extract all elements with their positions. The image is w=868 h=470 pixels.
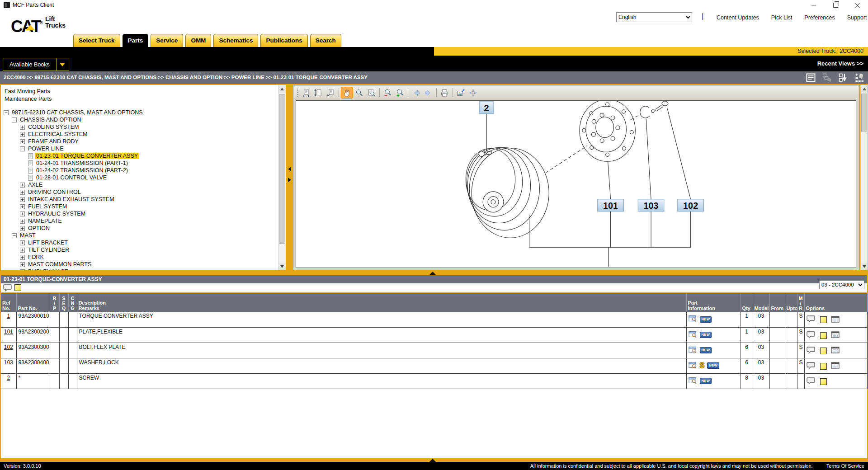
model-select[interactable]: 03 - 2CC4000: [819, 280, 864, 289]
note-icon[interactable]: [820, 378, 827, 385]
scroll-down-button[interactable]: [278, 263, 286, 270]
comment-icon[interactable]: [807, 346, 816, 356]
previous-view-icon[interactable]: [410, 87, 422, 99]
collapse-left-button[interactable]: [287, 165, 292, 173]
vertical-splitter[interactable]: [286, 85, 293, 270]
note-icon[interactable]: [14, 284, 21, 291]
horizontal-splitter[interactable]: [0, 271, 868, 275]
grid-icon[interactable]: [831, 362, 840, 370]
note-icon[interactable]: [820, 348, 827, 354]
zoom-in-icon[interactable]: [394, 87, 406, 99]
terms-of-service-link[interactable]: Terms Of Service: [826, 463, 864, 469]
tab-publications[interactable]: Publications: [260, 34, 307, 47]
scroll-down-button[interactable]: [861, 263, 868, 270]
tab-search[interactable]: Search: [310, 34, 341, 47]
grid-icon[interactable]: [831, 316, 840, 324]
tree-node-label[interactable]: 01-23-01 TORQUE-CONVERTER ASSY: [35, 153, 139, 159]
comment-icon[interactable]: [807, 362, 816, 371]
next-view-icon[interactable]: [422, 87, 434, 99]
note-icon[interactable]: [820, 316, 827, 323]
ref-link[interactable]: 2: [7, 375, 10, 381]
collapse-icon[interactable]: [20, 146, 25, 151]
callout-101[interactable]: 101: [598, 199, 624, 212]
export-view-icon[interactable]: [838, 72, 849, 83]
expand-icon[interactable]: [20, 132, 25, 137]
callout-103[interactable]: 103: [638, 199, 664, 212]
diagram-scrollbar[interactable]: [860, 85, 868, 270]
minimize-button[interactable]: [807, 0, 821, 10]
expand-icon[interactable]: [20, 212, 25, 216]
tree-node-label[interactable]: FRAME AND BODY: [27, 138, 80, 145]
copy-image-icon[interactable]: [455, 87, 467, 99]
collapse-icon[interactable]: [12, 118, 17, 122]
expand-icon[interactable]: [20, 190, 25, 195]
pan-hand-icon[interactable]: [341, 87, 353, 99]
tree-node-label[interactable]: INTAKE AND EXHAUST SYSTEM: [27, 196, 116, 202]
scroll-up-button[interactable]: [861, 85, 868, 93]
horizontal-splitter-bottom[interactable]: [0, 458, 868, 462]
expand-icon[interactable]: [20, 240, 25, 245]
tree-node-label[interactable]: 98715-62310 CAT CHASSIS, MAST AND OPTION…: [10, 109, 144, 116]
expand-icon[interactable]: [20, 262, 25, 267]
callout-2[interactable]: 2: [479, 102, 494, 114]
expand-icon[interactable]: [20, 204, 25, 209]
pick-list-link[interactable]: Pick List: [771, 14, 793, 21]
tab-service[interactable]: Service: [151, 34, 183, 47]
tree-node-label[interactable]: DUPLEX MAST: [27, 268, 69, 270]
tree-node-label[interactable]: HYDRAULIC SYSTEM: [27, 211, 87, 217]
expand-icon[interactable]: [20, 255, 25, 260]
fit-view-icon[interactable]: [467, 87, 479, 99]
scrollbar-thumb[interactable]: [861, 94, 867, 132]
language-select[interactable]: English: [616, 12, 692, 22]
zoom-window-icon[interactable]: [365, 87, 377, 99]
list-view-icon[interactable]: [806, 72, 816, 83]
tree-item-fast-moving-parts[interactable]: Fast Moving Parts: [1, 88, 278, 95]
part-detail-icon[interactable]: [689, 377, 697, 385]
interactive-table-icon[interactable]: [854, 72, 865, 83]
note-icon[interactable]: [820, 363, 827, 370]
tree-node-label[interactable]: LIFT BRACKET: [27, 240, 69, 246]
grid-icon[interactable]: [831, 347, 840, 355]
tree-node-label[interactable]: 01-24-02 TRANSMISSION (PART-2): [35, 167, 129, 174]
tree-node-label[interactable]: COOLING SYSTEM: [27, 124, 80, 130]
part-detail-icon[interactable]: [689, 315, 697, 324]
tab-select-truck[interactable]: Select Truck: [73, 34, 120, 47]
collapse-right-button[interactable]: [287, 176, 292, 183]
tree-node-label[interactable]: FUEL SYSTEM: [27, 203, 68, 210]
expand-icon[interactable]: [20, 139, 25, 144]
note-icon[interactable]: [820, 332, 827, 339]
expand-icon[interactable]: [20, 269, 25, 271]
scrollbar-thumb[interactable]: [279, 94, 285, 244]
recent-views-link[interactable]: Recent Views >>: [817, 60, 863, 67]
tree-node-label[interactable]: POWER LINE: [27, 146, 65, 152]
print-icon[interactable]: [439, 87, 451, 99]
toolbar-grip[interactable]: [297, 89, 298, 97]
grid-icon[interactable]: [831, 331, 840, 339]
ref-link[interactable]: 102: [4, 344, 13, 350]
available-books-button[interactable]: Available Books: [3, 58, 69, 71]
tree-item-maintenance-parts[interactable]: Maintenance Parts: [1, 95, 278, 103]
comment-icon[interactable]: [807, 331, 816, 340]
comment-icon[interactable]: [807, 377, 816, 386]
tree-node-label[interactable]: DRIVING CONTROL: [27, 189, 82, 195]
diagram-canvas[interactable]: 2 101 103 102: [296, 100, 856, 268]
tab-omm[interactable]: OMM: [185, 34, 211, 47]
tree-node-label[interactable]: 01-24-01 TRANSMISSION (PART-1): [35, 160, 129, 166]
fit-height-icon[interactable]: [312, 87, 325, 99]
expand-icon[interactable]: [20, 183, 25, 188]
zoom-out-icon[interactable]: [382, 87, 394, 99]
collapse-up-icon[interactable]: [429, 272, 436, 275]
tab-parts[interactable]: Parts: [123, 34, 149, 47]
scroll-up-button[interactable]: [278, 85, 286, 93]
tree-node-label[interactable]: AXLE: [27, 182, 44, 188]
tree-node-label[interactable]: MAST COMMON PARTS: [27, 261, 93, 268]
restore-button[interactable]: [828, 0, 843, 10]
fit-width-icon[interactable]: [300, 87, 312, 99]
collapse-icon[interactable]: [12, 233, 17, 238]
tree-node-label[interactable]: CHASSIS AND OPTION: [19, 117, 82, 123]
zoom-dynamic-icon[interactable]: [353, 87, 365, 99]
tree-node-label[interactable]: OPTION: [27, 225, 51, 231]
part-detail-icon[interactable]: [689, 362, 697, 370]
part-detail-icon[interactable]: [689, 331, 697, 339]
tree-node-label[interactable]: MAST: [19, 232, 37, 239]
